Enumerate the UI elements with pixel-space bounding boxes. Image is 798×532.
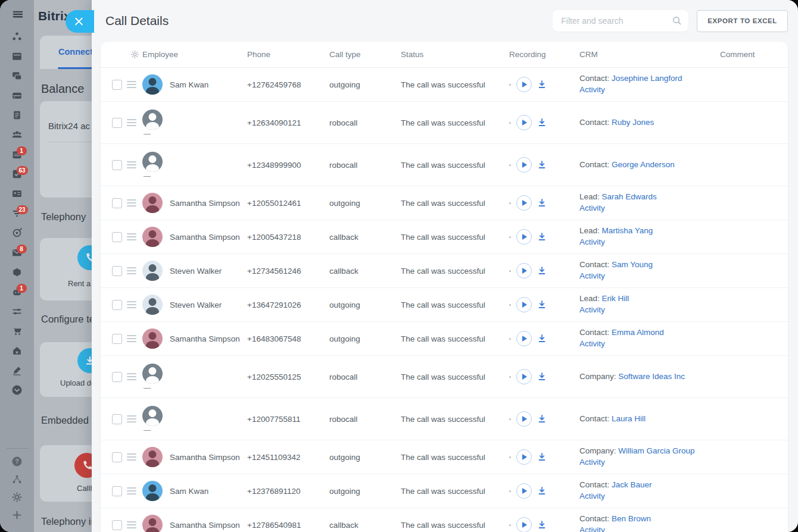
row-checkbox[interactable] — [112, 520, 122, 530]
column-header-employee[interactable]: Employee — [142, 50, 247, 59]
employee-avatar[interactable] — [142, 109, 163, 130]
column-header-crm[interactable]: CRM — [579, 50, 720, 59]
download-recording-button[interactable] — [537, 198, 547, 208]
sidebar-item-add-plus[interactable] — [7, 511, 27, 521]
play-recording-button[interactable] — [516, 77, 532, 92]
play-recording-button[interactable] — [516, 263, 532, 278]
play-recording-button[interactable] — [516, 297, 532, 312]
drag-handle[interactable] — [127, 119, 136, 126]
sidebar-item-employees[interactable] — [7, 130, 27, 141]
crm-activity-link[interactable]: Activity — [579, 491, 720, 502]
sidebar-item-drive[interactable] — [7, 91, 27, 102]
drag-handle[interactable] — [127, 199, 136, 206]
sidebar-item-automation-sliders[interactable] — [7, 307, 27, 318]
tab-connections[interactable]: Connectio — [58, 47, 92, 57]
crm-activity-link[interactable]: Activity — [579, 525, 720, 532]
column-header-calltype[interactable]: Call type — [329, 50, 401, 59]
column-header-comment[interactable]: Comment — [720, 50, 788, 59]
column-header-status[interactable]: Status — [401, 50, 509, 59]
sidebar-item-help[interactable]: ? — [7, 457, 27, 468]
row-checkbox[interactable] — [112, 372, 122, 382]
crm-entity-link[interactable]: Sarah Edwards — [602, 192, 657, 201]
employee-avatar[interactable] — [142, 227, 163, 247]
sidebar-item-settings[interactable] — [7, 493, 27, 503]
employee-avatar[interactable] — [142, 193, 163, 213]
row-checkbox[interactable] — [112, 300, 122, 310]
menu-toggle-button[interactable] — [0, 0, 34, 27]
drag-handle[interactable] — [127, 161, 136, 168]
row-checkbox[interactable] — [112, 452, 122, 462]
play-recording-button[interactable] — [516, 229, 532, 245]
download-recording-button[interactable] — [537, 300, 547, 309]
row-checkbox[interactable] — [112, 486, 122, 496]
row-checkbox[interactable] — [112, 232, 122, 242]
download-recording-button[interactable] — [537, 452, 547, 462]
sidebar-item-connections[interactable] — [7, 32, 27, 43]
drag-handle[interactable] — [127, 335, 136, 342]
sidebar-item-crm-funnel[interactable]: 23 — [7, 209, 27, 220]
row-checkbox[interactable] — [112, 160, 122, 170]
sidebar-item-sign-pen[interactable] — [7, 366, 27, 377]
crm-activity-link[interactable]: Activity — [579, 339, 720, 350]
play-recording-button[interactable] — [516, 195, 532, 211]
sidebar-item-desktop[interactable] — [7, 52, 27, 62]
play-recording-button[interactable] — [516, 369, 532, 384]
play-recording-button[interactable] — [516, 483, 532, 499]
play-recording-button[interactable] — [516, 157, 532, 173]
sidebar-item-more-chevron[interactable] — [7, 386, 27, 396]
sidebar-item-shop-cart[interactable] — [7, 327, 27, 337]
sidebar-item-store-house[interactable] — [7, 346, 27, 357]
filter-search-box[interactable] — [553, 10, 688, 32]
close-slider-button[interactable] — [66, 10, 94, 33]
crm-entity-link[interactable]: Software Ideas Inc — [618, 372, 685, 381]
employee-avatar[interactable] — [142, 406, 163, 426]
crm-activity-link[interactable]: Activity — [579, 203, 720, 214]
employee-avatar[interactable] — [142, 515, 163, 532]
sidebar-item-messenger[interactable] — [7, 71, 27, 82]
crm-activity-link[interactable]: Activity — [579, 271, 720, 282]
sidebar-item-marketing-target[interactable] — [7, 229, 27, 239]
crm-entity-link[interactable]: William Garcia Group — [618, 446, 694, 455]
drag-handle[interactable] — [127, 487, 136, 495]
play-recording-button[interactable] — [516, 517, 532, 532]
sidebar-item-sites-cube[interactable] — [7, 268, 27, 278]
download-recording-button[interactable] — [537, 414, 547, 424]
crm-entity-link[interactable]: Jack Bauer — [612, 480, 652, 489]
play-recording-button[interactable] — [516, 115, 532, 130]
employee-avatar[interactable] — [142, 447, 163, 467]
crm-activity-link[interactable]: Activity — [579, 457, 720, 468]
crm-entity-link[interactable]: Sam Young — [612, 260, 653, 269]
sidebar-item-contact-card[interactable] — [7, 189, 27, 200]
crm-entity-link[interactable]: Martisha Yang — [602, 226, 653, 235]
filter-search-input[interactable] — [553, 10, 688, 32]
crm-entity-link[interactable]: Erik Hill — [602, 294, 629, 303]
crm-activity-link[interactable]: Activity — [579, 85, 720, 96]
download-recording-button[interactable] — [537, 334, 547, 343]
drag-handle[interactable] — [127, 267, 136, 274]
row-checkbox[interactable] — [112, 198, 122, 208]
employee-avatar[interactable] — [142, 364, 163, 384]
crm-entity-link[interactable]: George Anderson — [612, 160, 675, 169]
employee-avatar[interactable] — [142, 328, 163, 349]
crm-activity-link[interactable]: Activity — [579, 305, 720, 316]
crm-entity-link[interactable]: Ruby Jones — [612, 118, 654, 127]
crm-entity-link[interactable]: Ben Brown — [612, 514, 651, 523]
row-checkbox[interactable] — [112, 80, 122, 90]
sidebar-item-calendar[interactable]: 1 — [7, 150, 27, 161]
table-settings-gear-icon[interactable] — [127, 50, 142, 59]
row-checkbox[interactable] — [112, 334, 122, 344]
export-to-excel-button[interactable]: EXPORT TO EXCEL — [697, 10, 788, 32]
play-recording-button[interactable] — [516, 411, 532, 427]
column-header-phone[interactable]: Phone — [247, 50, 329, 59]
row-checkbox[interactable] — [112, 266, 122, 276]
drag-handle[interactable] — [127, 81, 136, 88]
sidebar-item-network[interactable] — [7, 475, 27, 486]
download-recording-button[interactable] — [537, 80, 547, 89]
crm-activity-link[interactable]: Activity — [579, 237, 720, 248]
download-recording-button[interactable] — [537, 486, 547, 496]
sidebar-item-copilot-robot[interactable]: 1 — [7, 287, 27, 298]
employee-avatar[interactable] — [142, 74, 163, 95]
employee-avatar[interactable] — [142, 261, 163, 281]
employee-avatar[interactable] — [142, 295, 163, 315]
crm-entity-link[interactable]: Emma Almond — [612, 328, 664, 337]
